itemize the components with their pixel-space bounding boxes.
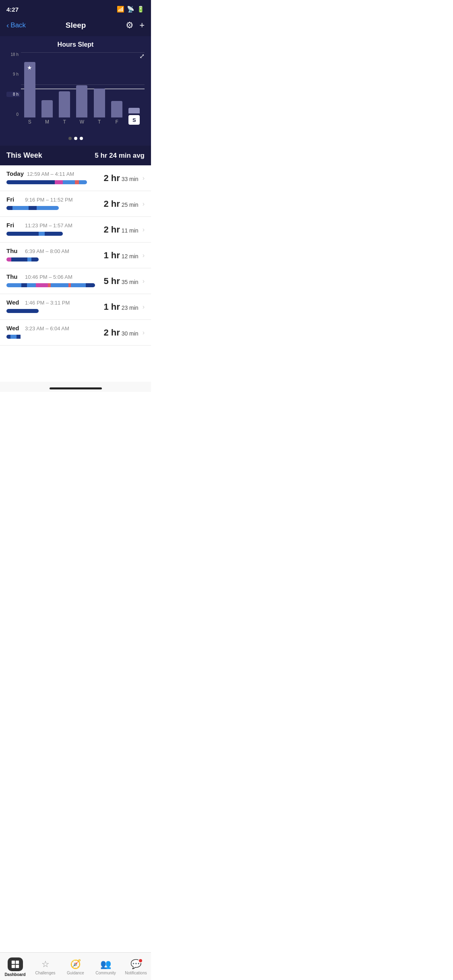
entry-day: Today: [6, 170, 24, 177]
add-icon[interactable]: +: [139, 20, 145, 31]
status-icons: 📶 📡 🔋: [117, 6, 145, 13]
duration-hours: 2 hr: [103, 224, 120, 235]
entry-left: Wed 1:46 PM – 3:11 PM: [6, 299, 103, 315]
sleep-segment-deep: [6, 206, 12, 210]
sleep-bar-track: [6, 180, 87, 184]
signal-icon: 📶: [117, 6, 124, 13]
bar-T-2: [59, 91, 70, 117]
bar-col-T-2[interactable]: T: [56, 91, 73, 125]
entry-time-range: 12:59 AM – 4:11 AM: [27, 171, 74, 177]
duration-hours: 1 hr: [103, 302, 120, 312]
duration-minutes: 12 min: [120, 253, 139, 259]
week-summary: This Week 5 hr 24 min avg: [0, 146, 151, 165]
sleep-bar-track: [6, 309, 39, 313]
sleep-segment-deep: [86, 283, 95, 287]
chevron-right-icon: ›: [143, 226, 145, 233]
duration-hours: 2 hr: [103, 173, 120, 183]
bar-col-M-1[interactable]: M: [38, 100, 56, 125]
entry-time-range: 3:23 AM – 6:04 AM: [25, 325, 69, 331]
settings-icon[interactable]: ⚙: [126, 20, 134, 31]
battery-icon: 🔋: [137, 6, 145, 13]
bar-label-S-0: S: [28, 119, 31, 125]
entry-time-range: 1:46 PM – 3:11 PM: [25, 300, 70, 306]
entry-day-time: Fri 11:23 PM – 1:57 AM: [6, 222, 103, 229]
sleep-segment-deep: [11, 257, 27, 261]
sleep-segment-deep: [17, 335, 21, 339]
sleep-segment-light: [79, 180, 87, 184]
y-label-18h: 18 h: [6, 52, 20, 57]
sleep-segment-deep: [6, 232, 39, 236]
chart-title: Hours Slept: [6, 41, 145, 48]
chevron-right-icon: ›: [143, 200, 145, 208]
y-label-0: 0: [6, 112, 20, 117]
duration-hours: 1 hr: [103, 250, 120, 260]
list-item[interactable]: Fri 11:23 PM – 1:57 AM 2 hr 11 min ›: [0, 217, 151, 243]
bar-col-F-5[interactable]: F: [108, 101, 125, 125]
bar-col-S-6[interactable]: S: [126, 108, 143, 125]
chart-dot-1[interactable]: [74, 137, 77, 140]
back-label[interactable]: Back: [10, 21, 26, 29]
sleep-bar-container: [6, 179, 95, 185]
duration-hours: 2 hr: [103, 327, 120, 338]
list-item[interactable]: Thu 6:39 AM – 8:00 AM 1 hr 12 min ›: [0, 243, 151, 268]
entry-duration: 1 hr 23 min: [103, 302, 138, 312]
list-item[interactable]: Fri 9:16 PM – 11:52 PM 2 hr 25 min ›: [0, 191, 151, 217]
bar-col-T-4[interactable]: T: [91, 89, 108, 125]
y-label-goal: 8 h: [6, 92, 20, 97]
entry-day: Wed: [6, 299, 22, 306]
list-item[interactable]: Today 12:59 AM – 4:11 AM 2 hr 33 min ›: [0, 165, 151, 191]
duration-hours: 5 hr: [103, 276, 120, 286]
bar-col-W-3[interactable]: W: [73, 85, 91, 125]
sleep-bar-track: [6, 283, 95, 287]
entry-left: Thu 10:46 PM – 5:06 AM: [6, 273, 103, 289]
sleep-segment-deep: [21, 283, 27, 287]
status-time: 4:27: [6, 6, 19, 13]
bar-S-6: [128, 108, 140, 114]
entry-right: 5 hr 35 min ›: [103, 276, 145, 286]
bar-star-icon: ★: [27, 64, 32, 71]
bottom-spacer: [0, 346, 151, 382]
back-chevron-icon: ‹: [6, 21, 9, 30]
list-item[interactable]: Thu 10:46 PM – 5:06 AM 5 hr 35 min ›: [0, 268, 151, 294]
chart-dots: [6, 133, 145, 146]
bar-M-1: [41, 100, 53, 118]
entry-time-range: 6:39 AM – 8:00 AM: [25, 248, 69, 254]
entry-duration: 5 hr 35 min: [103, 276, 138, 286]
entry-day-time: Wed 1:46 PM – 3:11 PM: [6, 299, 103, 306]
duration-minutes: 30 min: [120, 330, 139, 337]
sleep-segment-light: [27, 283, 36, 287]
chart-dot-2[interactable]: [80, 137, 83, 140]
entry-left: Fri 9:16 PM – 11:52 PM: [6, 196, 103, 212]
entry-right: 1 hr 23 min ›: [103, 302, 145, 312]
sleep-segment-deep: [31, 257, 39, 261]
sleep-segment-light: [71, 283, 86, 287]
duration-minutes: 23 min: [120, 305, 139, 311]
list-item[interactable]: Wed 1:46 PM – 3:11 PM 1 hr 23 min ›: [0, 294, 151, 320]
duration-minutes: 33 min: [120, 176, 139, 182]
entry-left: Wed 3:23 AM – 6:04 AM: [6, 325, 103, 340]
entry-duration: 2 hr 30 min: [103, 327, 138, 338]
entry-duration: 2 hr 33 min: [103, 173, 138, 183]
sleep-bar-container: [6, 282, 95, 288]
entry-left: Thu 6:39 AM – 8:00 AM: [6, 247, 103, 263]
entry-day-time: Fri 9:16 PM – 11:52 PM: [6, 196, 103, 203]
entry-time-range: 11:23 PM – 1:57 AM: [25, 222, 72, 229]
back-button[interactable]: ‹ Back: [6, 21, 26, 30]
sleep-segment-light: [51, 283, 68, 287]
entries-section: Today 12:59 AM – 4:11 AM 2 hr 33 min › F…: [0, 165, 151, 346]
sleep-bar-track: [6, 257, 39, 261]
sleep-segment-deep: [6, 309, 39, 313]
list-item[interactable]: Wed 3:23 AM – 6:04 AM 2 hr 30 min ›: [0, 320, 151, 346]
sleep-segment-deep: [6, 335, 10, 339]
bar-col-S-0[interactable]: ★S: [21, 62, 38, 125]
status-bar: 4:27 📶 📡 🔋: [0, 0, 151, 16]
sleep-segment-light: [37, 206, 59, 210]
sleep-bar-track: [6, 335, 47, 339]
entry-day: Wed: [6, 325, 22, 331]
sleep-segment-light: [6, 283, 21, 287]
bar-W-3: [76, 85, 87, 117]
duration-minutes: 25 min: [120, 202, 139, 208]
sleep-bar-container: [6, 231, 95, 237]
chart-dot-0[interactable]: [68, 137, 72, 140]
sleep-segment-light: [27, 257, 31, 261]
